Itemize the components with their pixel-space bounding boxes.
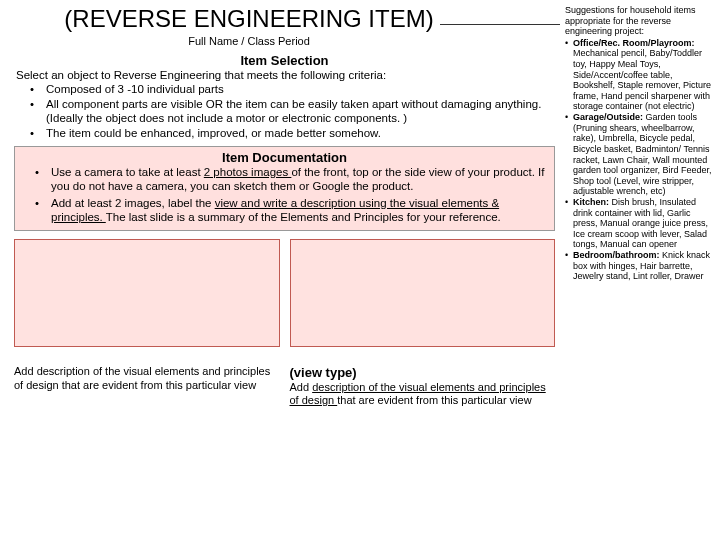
- suggestions-office: Office/Rec. Room/Playroom: Mechanical pe…: [565, 38, 714, 112]
- left-column: (REVERSE ENGINEERING ITEM) Full Name / C…: [0, 0, 565, 540]
- view-type-label: (view type): [290, 365, 357, 380]
- selection-intro: Select an object to Reverse Engineering …: [16, 68, 553, 82]
- image-row: [14, 239, 555, 347]
- image-placeholder-1: [14, 239, 280, 347]
- page-subtitle: Full Name / Class Period: [34, 35, 464, 47]
- item-selection-header: Item Selection: [14, 53, 555, 68]
- suggestions-bedroom: Bedroom/bathroom: Knick knack box with h…: [565, 250, 714, 282]
- selection-bullet-3: The item could be enhanced, improved, or…: [26, 126, 553, 140]
- header-rule: [440, 24, 560, 25]
- documentation-bullet-2: Add at least 2 images, label the view an…: [31, 196, 548, 225]
- image-placeholder-2: [290, 239, 556, 347]
- item-documentation-box: Item Documentation Use a camera to take …: [14, 146, 555, 232]
- item-selection-body: Select an object to Reverse Engineering …: [16, 68, 553, 140]
- caption-row: Add description of the visual elements a…: [14, 365, 555, 407]
- item-documentation-body: Use a camera to take at least 2 photos i…: [21, 165, 548, 225]
- selection-bullet-2: All component parts are visible OR the i…: [26, 97, 553, 126]
- page: (REVERSE ENGINEERING ITEM) Full Name / C…: [0, 0, 720, 540]
- suggestions-kitchen: Kitchen: Dish brush, Insulated drink con…: [565, 197, 714, 250]
- item-documentation-header: Item Documentation: [21, 150, 548, 165]
- selection-bullet-1: Composed of 3 -10 individual parts: [26, 82, 553, 96]
- caption-1: Add description of the visual elements a…: [14, 365, 280, 407]
- caption-2: (view type) Add description of the visua…: [290, 365, 556, 407]
- documentation-bullet-1: Use a camera to take at least 2 photos i…: [31, 165, 548, 194]
- suggestions-intro: Suggestions for household items appropri…: [565, 5, 714, 37]
- page-title: (REVERSE ENGINEERING ITEM): [34, 5, 464, 33]
- suggestions-garage: Garage/Outside: Garden tools (Pruning sh…: [565, 112, 714, 197]
- suggestions-sidebar: Suggestions for household items appropri…: [565, 0, 720, 540]
